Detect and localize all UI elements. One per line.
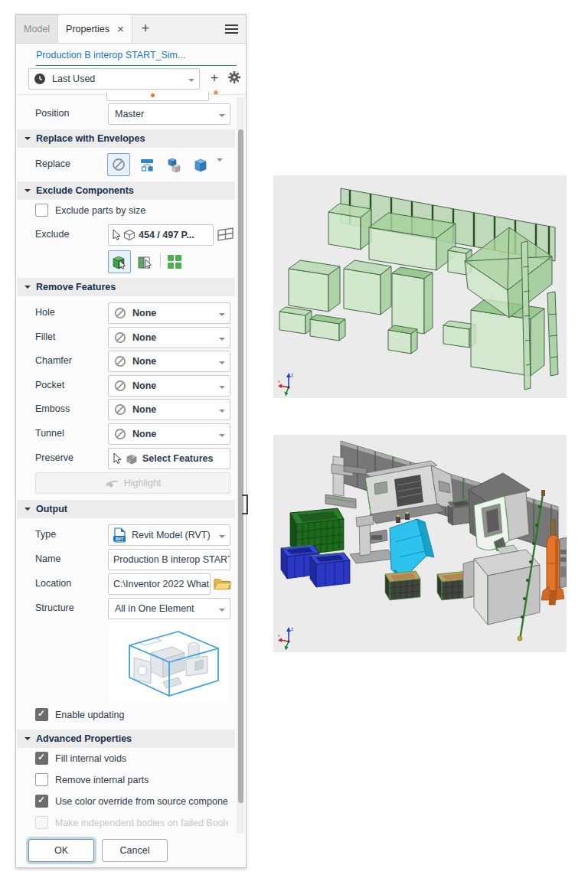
section-output[interactable]: Output (17, 500, 235, 518)
folder-icon[interactable] (214, 576, 231, 590)
gear-icon[interactable] (227, 70, 241, 84)
structure-dropdown[interactable]: All in One Element (108, 598, 230, 619)
position-dropdown[interactable]: Master (108, 103, 230, 125)
circle-slash-icon (114, 331, 126, 344)
circle-slash-icon (114, 403, 126, 416)
cancel-button[interactable]: Cancel (102, 839, 168, 862)
location-input[interactable]: C:\Inventor 2022 What (108, 573, 211, 595)
tab-bar: Model Properties × + (16, 15, 246, 44)
preserve-select-field[interactable]: Select Features (108, 448, 230, 469)
hole-dropdown[interactable]: None (108, 302, 230, 324)
svg-text:x: x (278, 379, 280, 384)
exclude-parts-by-size-checkbox[interactable] (35, 204, 48, 217)
replace-per-structure-button[interactable] (136, 153, 158, 176)
tab-properties[interactable]: Properties × (58, 15, 132, 43)
location-label: Location (35, 573, 71, 593)
pocket-dropdown[interactable]: None (108, 375, 230, 397)
circle-slash-icon (112, 158, 126, 171)
green-grid-icon[interactable] (168, 255, 181, 269)
highlight-button[interactable]: Highlight (35, 472, 230, 494)
properties-panel: Model Properties × + Production B intero… (15, 14, 247, 868)
select-parts-mode-button[interactable] (134, 251, 155, 273)
replace-top-level-button[interactable] (162, 153, 185, 176)
pallet-box-1[interactable] (385, 571, 420, 600)
type-dropdown[interactable]: RVT Revit Model (RVT) (108, 524, 230, 546)
chamfer-dropdown[interactable]: None (108, 351, 230, 372)
modified-indicator-icon: * (214, 87, 218, 100)
scrollbar-thumb[interactable] (238, 129, 243, 803)
replace-more-options[interactable] (217, 162, 223, 172)
tunnel-dropdown[interactable]: None (108, 423, 230, 445)
section-title: Advanced Properties (36, 733, 132, 744)
replace-none-button[interactable] (107, 153, 130, 176)
remove-internal-parts-checkbox[interactable] (35, 773, 48, 786)
envelope-scene: z x (273, 175, 567, 398)
preserve-label: Preserve (35, 448, 74, 468)
enable-updating-checkbox[interactable] (35, 708, 48, 721)
section-title: Replace with Envelopes (36, 133, 145, 144)
section-exclude-components[interactable]: Exclude Components (17, 181, 235, 200)
enable-updating-label: Enable updating (55, 708, 224, 721)
emboss-dropdown[interactable]: None (108, 399, 230, 420)
green-cube-cursor-icon (110, 253, 129, 271)
orange-dot-indicator (151, 93, 155, 97)
fill-internal-voids-checkbox[interactable] (35, 752, 48, 765)
exclude-selection-field[interactable]: 454 / 497 P... (108, 224, 214, 246)
close-tab-icon[interactable]: × (117, 23, 124, 34)
pocket-label: Pocket (35, 375, 64, 395)
chamfer-label: Chamfer (35, 351, 72, 371)
collapse-arrow-icon (24, 508, 31, 514)
collapse-arrow-icon (24, 137, 31, 143)
fillet-dropdown[interactable]: None (108, 327, 230, 348)
new-tab-button[interactable]: + (132, 15, 159, 43)
chevron-down-icon (219, 535, 225, 541)
tunnel-label: Tunnel (35, 423, 64, 443)
hole-value: None (132, 308, 156, 318)
chevron-down-icon (219, 386, 225, 392)
circle-slash-icon (114, 355, 126, 367)
panel-resize-grip[interactable] (242, 495, 248, 514)
make-independent-bodies-label: Make independent bodies on failed Boolea… (55, 816, 228, 829)
envelope-viewport[interactable]: z x (273, 175, 567, 398)
model-viewport[interactable]: z x (273, 435, 567, 652)
section-replace-with-envelopes[interactable]: Replace with Envelopes (17, 129, 235, 148)
replace-single-body-button[interactable] (189, 153, 212, 176)
name-input[interactable]: Production B interop START_Sim (108, 549, 230, 570)
svg-text:RVT: RVT (116, 537, 123, 541)
cube-outline-icon (123, 229, 136, 241)
svg-text:x: x (278, 633, 280, 638)
feature-block-icon (125, 452, 139, 465)
chevron-down-icon (219, 609, 225, 615)
type-value: Revit Model (RVT) (132, 530, 211, 540)
section-advanced-properties[interactable]: Advanced Properties (17, 730, 235, 748)
ok-button[interactable]: OK (28, 839, 94, 862)
add-preset-button[interactable]: + (204, 68, 224, 88)
section-remove-features[interactable]: Remove Features (17, 278, 235, 296)
blue-bin-2[interactable] (310, 553, 350, 587)
preset-dropdown[interactable]: Last Used (28, 68, 200, 90)
fill-internal-voids-label: Fill internal voids (55, 752, 228, 765)
use-color-override-checkbox[interactable] (35, 795, 48, 808)
replace-label: Replace (35, 154, 70, 174)
menu-icon[interactable] (225, 22, 238, 36)
circle-slash-icon (114, 307, 126, 319)
chevron-down-icon (217, 158, 223, 175)
window-select-icon[interactable] (217, 227, 234, 243)
exclude-parts-by-size-label: Exclude parts by size (55, 204, 216, 217)
solid-cube-icon (192, 156, 209, 173)
document-link[interactable]: Production B interop START_Sim... (36, 50, 237, 66)
structure-label: Structure (35, 598, 74, 618)
tab-model[interactable]: Model (16, 15, 58, 43)
partial-machine-right-edge[interactable] (560, 537, 567, 588)
preset-value: Last Used (52, 73, 95, 84)
factory-scene: z x (273, 435, 567, 652)
make-independent-bodies-checkbox (35, 816, 48, 829)
clipped-field[interactable] (106, 92, 209, 101)
collapse-arrow-icon (24, 189, 31, 195)
select-solids-mode-button[interactable] (108, 250, 131, 273)
clock-icon (34, 73, 46, 85)
ok-label: OK (54, 845, 68, 856)
preserve-value: Select Features (142, 453, 213, 464)
rvt-file-icon: RVT (113, 527, 126, 543)
loader-machine[interactable] (350, 515, 394, 563)
